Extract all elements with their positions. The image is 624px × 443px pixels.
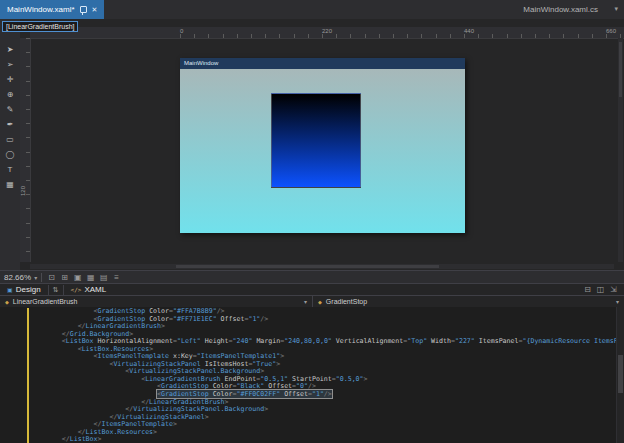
view-switcher-bar: ▣ Design ⇅ </> XAML ⊟◫⇲: [0, 283, 624, 295]
actual-size-button[interactable]: ▣: [71, 272, 84, 283]
xaml-view-icon: </>: [71, 286, 82, 293]
chevron-down-icon: ▾: [304, 298, 307, 305]
scrollbar-thumb[interactable]: [176, 265, 439, 268]
xaml-tab-label: XAML: [84, 285, 106, 294]
code-line[interactable]: </ListBox.Resources>: [30, 429, 616, 437]
tab-label: MainWindow.xaml*: [7, 5, 75, 14]
tab-xaml-view[interactable]: </> XAML: [64, 284, 114, 295]
split-buttons: ⊟◫⇲: [581, 284, 624, 295]
breadcrumb-parent-element[interactable]: ◆ LinearGradientBrush ▾: [0, 296, 312, 307]
direct-selection-tool[interactable]: ➢: [0, 57, 20, 72]
pin-icon[interactable]: [80, 6, 87, 13]
visual-studio-window: MainWindow.xaml* ✕ MainWindow.xaml.cs ▾ …: [0, 0, 624, 443]
tab-label: MainWindow.xaml.cs: [523, 5, 598, 14]
ellipse-tool[interactable]: ◯: [0, 147, 20, 162]
expand-pane-button[interactable]: ⇲: [607, 284, 620, 295]
listbox-preview[interactable]: [271, 93, 361, 188]
element-selection-box[interactable]: [LinearGradientBrush]: [2, 21, 78, 32]
xaml-editor[interactable]: <GradientStop Color="#FFA7B8B9"/> <Gradi…: [0, 307, 624, 443]
editor-vertical-scrollbar[interactable]: [616, 307, 624, 443]
pan-tool[interactable]: ✛: [0, 72, 20, 87]
rectangle-tool[interactable]: ▭: [0, 132, 20, 147]
ruler-label: 660: [606, 28, 616, 34]
pen-tool[interactable]: ✒: [0, 117, 20, 132]
close-icon[interactable]: ✕: [92, 6, 98, 13]
split-horizontal-button[interactable]: ⊟: [581, 284, 594, 295]
document-tab-strip: MainWindow.xaml* ✕ MainWindow.xaml.cs ▾: [0, 0, 624, 19]
breadcrumb-label: LinearGradientBrush: [13, 298, 78, 305]
ruler-label: 120: [20, 186, 26, 196]
chevron-down-icon: ▾: [34, 274, 37, 281]
zoom-level-value: 82.66%: [4, 273, 31, 282]
designer-toolbox: ➤➢✛⊕✎✒▭◯T▦: [0, 19, 20, 270]
ruler-vertical: 120: [20, 38, 31, 262]
breadcrumb-current-element[interactable]: ◆ GradientStop ▾: [312, 296, 624, 307]
text-tool[interactable]: T: [0, 162, 20, 177]
ruler-label: 220: [322, 28, 332, 34]
zoom-tool[interactable]: ⊕: [0, 87, 20, 102]
code-line[interactable]: </ListBox>: [30, 436, 616, 443]
design-surface: ➤➢✛⊕✎✒▭◯T▦ 0220440660 120 MainWindow: [0, 19, 624, 270]
xml-element-icon: ◆: [318, 299, 322, 305]
tab-mainwindow-xaml[interactable]: MainWindow.xaml* ✕: [0, 0, 104, 19]
ruler-label: 0: [180, 28, 183, 34]
eyedropper-tool[interactable]: ✎: [0, 102, 20, 117]
tab-design-view[interactable]: ▣ Design: [0, 284, 48, 295]
artboard-window-preview: MainWindow: [180, 58, 465, 233]
breadcrumb-label: GradientStop: [326, 298, 367, 305]
show-snap-grid-button[interactable]: ▦: [84, 272, 97, 283]
fit-selection-button[interactable]: ⊡: [45, 272, 58, 283]
xml-element-icon: ◆: [5, 299, 9, 305]
statusbar-buttons: ⊡⊞▣▦▤≡: [45, 272, 123, 283]
ruler-label: 440: [464, 28, 474, 34]
snap-to-gridlines-button[interactable]: ▤: [97, 272, 110, 283]
preview-window-titlebar: MainWindow: [180, 58, 465, 69]
code-lines: <GradientStop Color="#FFA7B8B9"/> <Gradi…: [30, 308, 616, 443]
zoom-to-fit-button[interactable]: ⊞: [58, 272, 71, 283]
scrollbar-thumb[interactable]: [619, 42, 622, 97]
ruler-horizontal: 0220440660: [30, 27, 624, 39]
snap-to-snaplines-button[interactable]: ≡: [110, 272, 123, 283]
designer-horizontal-scrollbar[interactable]: [30, 264, 614, 269]
design-tab-label: Design: [16, 285, 41, 294]
chevron-down-icon: ▾: [616, 298, 619, 305]
designer-vertical-scrollbar[interactable]: [618, 38, 623, 262]
selection-tool[interactable]: ➤: [0, 42, 20, 57]
xaml-breadcrumb-bar: ◆ LinearGradientBrush ▾ ◆ GradientStop ▾: [0, 295, 624, 307]
split-vertical-button[interactable]: ◫: [594, 284, 607, 295]
ruler-ticks: [26, 38, 30, 262]
tab-mainwindow-xaml-cs[interactable]: MainWindow.xaml.cs: [523, 0, 598, 19]
ruler-ticks: [180, 34, 624, 38]
grid-tool[interactable]: ▦: [0, 177, 20, 192]
swap-panes-button[interactable]: ⇅: [48, 285, 64, 295]
artboard-content[interactable]: [180, 69, 465, 233]
document-list-dropdown-icon[interactable]: ▾: [614, 5, 618, 13]
zoom-level-combo[interactable]: 82.66% ▾: [4, 273, 42, 282]
scrollbar-thumb[interactable]: [618, 355, 623, 393]
design-view-icon: ▣: [7, 286, 13, 293]
change-tracking-bar: [27, 308, 29, 443]
designer-status-bar: 82.66% ▾ ⊡⊞▣▦▤≡: [0, 270, 624, 283]
